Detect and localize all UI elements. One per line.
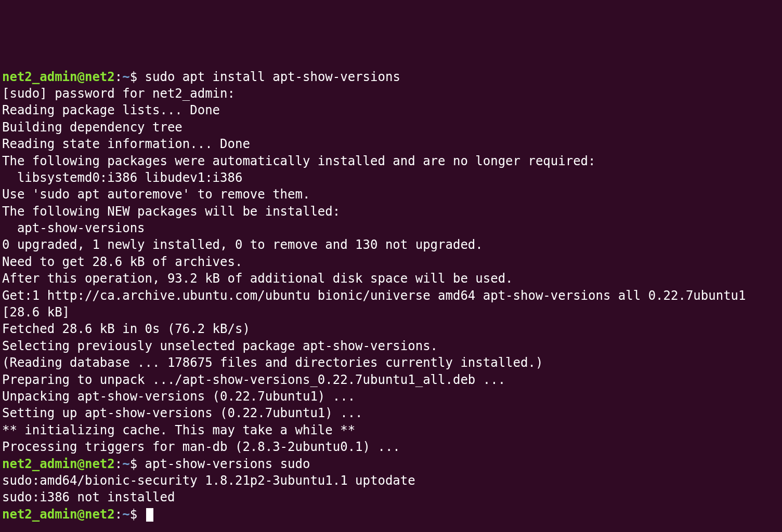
user-host: net2_admin@net2 bbox=[2, 507, 115, 522]
path: ~ bbox=[122, 70, 129, 84]
output-line: Selecting previously unselected package … bbox=[2, 338, 780, 354]
output-line: Fetched 28.6 kB in 0s (76.2 kB/s) bbox=[2, 321, 780, 337]
output-line: Processing triggers for man-db (2.8.3-2u… bbox=[2, 438, 780, 455]
command-text: sudo apt install apt-show-versions bbox=[145, 70, 400, 84]
prompt-line-2: net2_admin@net2:~$ apt-show-versions sud… bbox=[2, 456, 780, 472]
user-host: net2_admin@net2 bbox=[2, 70, 115, 84]
command-text: apt-show-versions sudo bbox=[145, 457, 310, 471]
output-line: Setting up apt-show-versions (0.22.7ubun… bbox=[2, 405, 780, 421]
prompt-line-3[interactable]: net2_admin@net2:~$ bbox=[2, 506, 780, 523]
output-line: Reading state information... Done bbox=[2, 136, 780, 152]
output-line: The following packages were automaticall… bbox=[2, 153, 780, 169]
output-line: Get:1 http://ca.archive.ubuntu.com/ubunt… bbox=[2, 287, 780, 321]
output-line: Reading package lists... Done bbox=[2, 102, 780, 118]
output-line: apt-show-versions bbox=[2, 220, 780, 236]
terminal-window[interactable]: net2_admin@net2:~$ sudo apt install apt-… bbox=[2, 69, 780, 523]
output-line: 0 upgraded, 1 newly installed, 0 to remo… bbox=[2, 236, 780, 253]
output-line: Preparing to unpack .../apt-show-version… bbox=[2, 371, 780, 388]
dollar: $ bbox=[130, 457, 145, 471]
output-line: Building dependency tree bbox=[2, 119, 780, 136]
user-host: net2_admin@net2 bbox=[2, 457, 115, 471]
output-line: Use 'sudo apt autoremove' to remove them… bbox=[2, 186, 780, 203]
output-line: sudo:amd64/bionic-security 1.8.21p2-3ubu… bbox=[2, 472, 780, 489]
output-line: libsystemd0:i386 libudev1:i386 bbox=[2, 169, 780, 186]
output-line: (Reading database ... 178675 files and d… bbox=[2, 354, 780, 371]
output-line: [sudo] password for net2_admin: bbox=[2, 85, 780, 102]
dollar: $ bbox=[130, 507, 145, 522]
output-line: Unpacking apt-show-versions (0.22.7ubunt… bbox=[2, 388, 780, 405]
output-line: After this operation, 93.2 kB of additio… bbox=[2, 270, 780, 287]
colon: : bbox=[115, 70, 122, 84]
path: ~ bbox=[122, 457, 129, 471]
colon: : bbox=[115, 507, 122, 522]
output-line: sudo:i386 not installed bbox=[2, 489, 780, 506]
path: ~ bbox=[122, 507, 129, 522]
colon: : bbox=[115, 457, 122, 471]
output-line: ** initializing cache. This may take a w… bbox=[2, 422, 780, 438]
output-line: The following NEW packages will be insta… bbox=[2, 203, 780, 220]
cursor-block bbox=[146, 508, 153, 522]
prompt-line-1: net2_admin@net2:~$ sudo apt install apt-… bbox=[2, 69, 780, 85]
output-line: Need to get 28.6 kB of archives. bbox=[2, 254, 780, 270]
dollar: $ bbox=[130, 70, 145, 84]
